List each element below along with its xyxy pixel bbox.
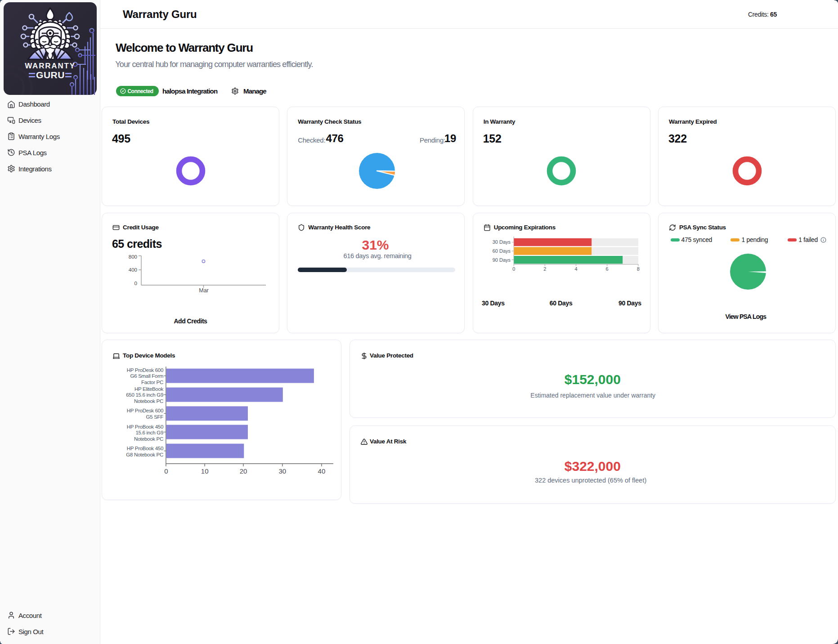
svg-text:0: 0 [134, 281, 137, 286]
svg-text:4: 4 [574, 266, 577, 272]
svg-text:20: 20 [240, 467, 247, 475]
svg-text:G6 Small Form: G6 Small Form [130, 373, 163, 379]
svg-text:2: 2 [543, 266, 546, 272]
svg-text:G5 SFF: G5 SFF [146, 414, 164, 420]
svg-text:Mar: Mar [199, 287, 209, 294]
svg-text:HP EliteBook: HP EliteBook [134, 386, 163, 392]
svg-text:HP ProBook 450: HP ProBook 450 [127, 446, 163, 451]
svg-text:90 Days: 90 Days [492, 257, 511, 263]
svg-text:40: 40 [318, 467, 326, 475]
svg-text:8: 8 [637, 266, 640, 272]
svg-text:15.6 inch G9: 15.6 inch G9 [135, 430, 163, 435]
svg-text:650 15.6 inch G9: 650 15.6 inch G9 [126, 392, 163, 398]
svg-text:Notebook PC: Notebook PC [134, 436, 163, 442]
svg-text:10: 10 [201, 467, 209, 475]
svg-text:WARRANTY: WARRANTY [25, 62, 76, 70]
svg-text:HP ProDesk 600: HP ProDesk 600 [127, 367, 163, 373]
svg-text:0: 0 [512, 266, 515, 272]
svg-text:G8 Notebook PC: G8 Notebook PC [126, 452, 163, 457]
svg-text:400: 400 [129, 267, 137, 273]
svg-text:Factor PC: Factor PC [141, 380, 163, 385]
svg-text:800: 800 [129, 254, 137, 259]
svg-text:0: 0 [164, 467, 168, 475]
svg-text:30: 30 [278, 467, 286, 475]
svg-text:HP ProBook 450: HP ProBook 450 [127, 424, 163, 429]
svg-text:60 Days: 60 Days [492, 248, 511, 254]
svg-text:HP ProDesk 600: HP ProDesk 600 [127, 408, 163, 413]
svg-text:Notebook PC: Notebook PC [134, 398, 163, 404]
svg-text:6: 6 [605, 266, 608, 272]
svg-text:GURU: GURU [36, 70, 65, 80]
svg-text:30 Days: 30 Days [492, 239, 511, 245]
